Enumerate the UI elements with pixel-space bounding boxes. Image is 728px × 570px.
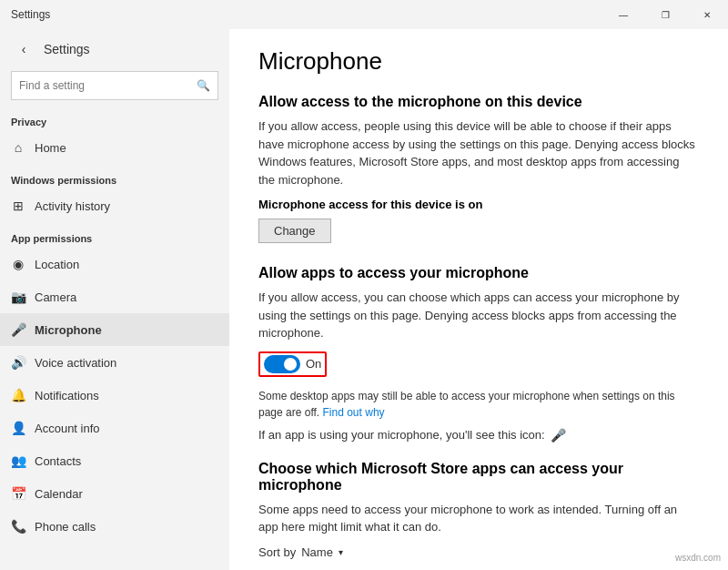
toggle-row: On: [258, 351, 699, 377]
title-bar-left: Settings: [11, 8, 50, 21]
watermark: wsxdn.com: [675, 553, 721, 563]
sidebar-item-microphone-label: Microphone: [35, 323, 102, 337]
microphone-toggle[interactable]: [264, 355, 300, 373]
section1-heading: Allow access to the microphone on this d…: [258, 94, 699, 110]
sidebar-item-camera[interactable]: 📷 Camera: [0, 280, 229, 313]
find-out-why-link[interactable]: Find out why: [323, 406, 385, 419]
sidebar-item-notifications[interactable]: 🔔 Notifications: [0, 379, 229, 412]
sidebar-item-activity-history[interactable]: ⊞ Activity history: [0, 189, 229, 222]
activity-history-icon: ⊞: [11, 198, 25, 213]
section2-description: If you allow access, you can choose whic…: [258, 289, 699, 342]
sidebar-item-contacts[interactable]: 👥 Contacts: [0, 444, 229, 477]
search-icon: 🔍: [197, 79, 210, 92]
location-icon: ◉: [11, 257, 25, 271]
sidebar-item-location[interactable]: ◉ Location: [0, 248, 229, 280]
sidebar-item-location-label: Location: [35, 258, 79, 271]
notifications-icon: 🔔: [11, 388, 25, 402]
sidebar-item-calendar[interactable]: 📅 Calendar: [0, 477, 229, 510]
sidebar-item-contacts-label: Contacts: [35, 454, 81, 468]
sidebar-item-account-info-label: Account info: [35, 422, 100, 435]
sidebar-item-home[interactable]: ⌂ Home: [0, 131, 229, 164]
sidebar-item-voice-activation[interactable]: 🔊 Voice activation: [0, 346, 229, 379]
sidebar: ‹ Settings 🔍 Privacy ⌂ Home Windows perm…: [0, 29, 229, 570]
section1-status: Microphone access for this device is on: [258, 198, 699, 211]
change-button[interactable]: Change: [258, 219, 331, 243]
sidebar-item-microphone[interactable]: 🎤 Microphone: [0, 313, 229, 346]
sidebar-item-voice-activation-label: Voice activation: [35, 356, 116, 370]
app-permissions-label: App permissions: [0, 222, 229, 248]
sidebar-header: ‹ Settings: [0, 29, 229, 66]
sidebar-item-phone-calls-label: Phone calls: [35, 520, 96, 534]
windows-permissions-label: Windows permissions: [0, 164, 229, 189]
voice-activation-icon: 🔊: [11, 355, 25, 370]
sidebar-item-phone-calls[interactable]: 📞 Phone calls: [0, 510, 229, 543]
contacts-icon: 👥: [11, 453, 25, 468]
icon-note-text: If an app is using your microphone, you'…: [258, 428, 545, 442]
section2-heading: Allow apps to access your microphone: [258, 265, 699, 281]
sort-label: Sort by: [258, 545, 296, 559]
search-box[interactable]: 🔍: [11, 71, 218, 100]
section1-description: If you allow access, people using this d…: [258, 117, 699, 188]
toggle-container[interactable]: On: [258, 351, 327, 377]
back-button[interactable]: ‹: [11, 36, 36, 62]
microphone-icon: 🎤: [11, 322, 25, 337]
sidebar-item-camera-label: Camera: [35, 290, 76, 304]
phone-calls-icon: 📞: [11, 519, 25, 534]
sidebar-item-calendar-label: Calendar: [35, 487, 83, 501]
privacy-section-label: Privacy: [0, 106, 229, 131]
sidebar-item-notifications-label: Notifications: [35, 389, 99, 402]
minimize-button[interactable]: —: [602, 0, 644, 29]
title-bar-title: Settings: [11, 8, 50, 21]
section2-note: Some desktop apps may still be able to a…: [258, 388, 699, 421]
settings-window: Settings — ❐ ✕ ‹ Settings 🔍 Privacy ⌂ Ho…: [0, 0, 728, 570]
sort-value: Name: [301, 545, 333, 559]
toggle-knob: [284, 358, 297, 371]
microphone-small-icon: 🎤: [551, 428, 566, 443]
title-bar-controls: — ❐ ✕: [602, 0, 728, 29]
sort-arrow-icon[interactable]: ▾: [339, 547, 343, 557]
sidebar-item-activity-history-label: Activity history: [35, 199, 110, 213]
title-bar: Settings — ❐ ✕: [0, 0, 728, 29]
section3-description: Some apps need to access your microphone…: [258, 501, 699, 536]
close-button[interactable]: ✕: [686, 0, 728, 29]
icon-note: If an app is using your microphone, you'…: [258, 428, 699, 443]
calendar-icon: 📅: [11, 486, 25, 501]
page-title: Microphone: [258, 47, 699, 76]
section3-heading: Choose which Microsoft Store apps can ac…: [258, 461, 699, 494]
sidebar-title: Settings: [44, 42, 90, 56]
window-body: ‹ Settings 🔍 Privacy ⌂ Home Windows perm…: [0, 29, 728, 570]
sidebar-item-home-label: Home: [35, 141, 66, 155]
search-input[interactable]: [19, 79, 197, 92]
sort-row: Sort by Name ▾: [258, 545, 699, 559]
main-content: Microphone Allow access to the microphon…: [229, 29, 728, 570]
account-info-icon: 👤: [11, 421, 25, 435]
sidebar-item-account-info[interactable]: 👤 Account info: [0, 412, 229, 444]
maximize-button[interactable]: ❐: [644, 0, 686, 29]
camera-icon: 📷: [11, 290, 25, 304]
toggle-label: On: [306, 357, 321, 371]
home-icon: ⌂: [11, 140, 25, 155]
